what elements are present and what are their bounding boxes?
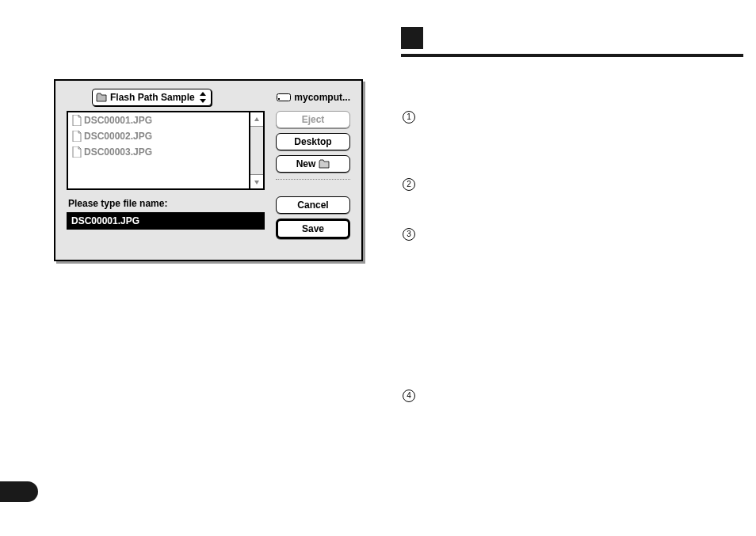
eject-button: Eject (276, 111, 350, 128)
file-list[interactable]: DSC00001.JPG DSC00002.JPG DSC00003.JPG (67, 111, 250, 190)
file-name: DSC00001.JPG (84, 115, 152, 126)
location-row: Flash Path Sample mycomput... (67, 89, 350, 106)
new-button-label: New (296, 156, 316, 172)
svg-marker-5 (254, 181, 259, 184)
step-marker-1: 1 (403, 111, 415, 124)
updown-arrows-icon (200, 92, 206, 103)
scroll-down-button[interactable] (250, 174, 263, 188)
cancel-button-label: Cancel (297, 197, 328, 213)
step-marker-4: 4 (403, 390, 415, 402)
scrollbar[interactable] (250, 111, 265, 190)
file-list-area: DSC00001.JPG DSC00002.JPG DSC00003.JPG (67, 111, 350, 190)
location-label: Flash Path Sample (110, 92, 195, 103)
eject-button-label: Eject (302, 112, 325, 127)
step-marker-2: 2 (403, 178, 415, 191)
chevron-down-icon (254, 179, 260, 185)
document-icon (72, 131, 82, 142)
svg-rect-3 (278, 98, 280, 100)
desktop-button-label: Desktop (294, 134, 331, 150)
save-dialog: Flash Path Sample mycomput... (54, 79, 363, 261)
svg-marker-4 (254, 117, 259, 121)
section-marker-square (401, 27, 423, 49)
cancel-button[interactable]: Cancel (276, 196, 350, 214)
file-name: DSC00003.JPG (84, 146, 152, 158)
chevron-up-icon (254, 116, 260, 123)
new-folder-button[interactable]: New (276, 155, 350, 173)
list-item[interactable]: DSC00003.JPG (68, 144, 249, 160)
save-button[interactable]: Save (276, 219, 350, 239)
svg-marker-0 (200, 92, 206, 96)
svg-marker-1 (200, 99, 206, 103)
file-name: DSC00002.JPG (84, 131, 152, 142)
filename-section: Please type file name: (67, 196, 265, 239)
dialog-right-buttons: Eject Desktop New (276, 111, 350, 190)
dialog-bottom-buttons: Cancel Save (276, 196, 350, 239)
desktop-button[interactable]: Desktop (276, 133, 350, 150)
filename-prompt: Please type file name: (68, 198, 265, 209)
button-separator (276, 179, 350, 180)
step-marker-3: 3 (403, 228, 415, 241)
filename-row: Please type file name: Cancel Save (67, 196, 350, 239)
location-popup-button[interactable]: Flash Path Sample (92, 89, 212, 106)
page-edge-tab (0, 481, 38, 502)
list-item[interactable]: DSC00001.JPG (68, 112, 249, 128)
folder-icon (96, 93, 107, 102)
document-icon (72, 115, 82, 126)
section-divider-line (401, 54, 743, 57)
list-item[interactable]: DSC00002.JPG (68, 128, 249, 144)
harddisk-icon (277, 93, 291, 101)
document-icon (72, 146, 82, 158)
disk-label: mycomput... (294, 92, 350, 103)
new-folder-icon (319, 159, 330, 169)
scroll-up-button[interactable] (250, 112, 263, 127)
svg-rect-2 (277, 94, 291, 101)
filename-input[interactable] (67, 212, 265, 230)
disk-indicator: mycomput... (277, 92, 350, 103)
save-button-label: Save (302, 221, 324, 237)
